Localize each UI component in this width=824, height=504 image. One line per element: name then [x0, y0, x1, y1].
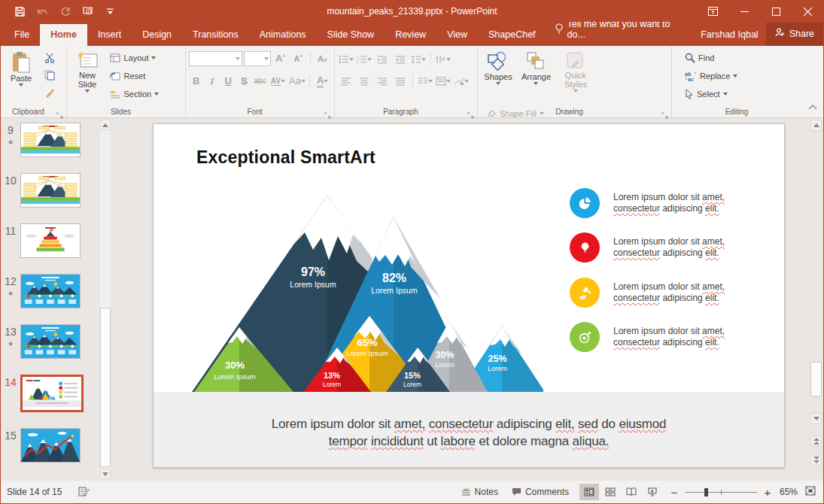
thumbnail-slide-13[interactable]: 13★	[1, 324, 99, 359]
format-painter-icon[interactable]	[41, 84, 58, 100]
columns-button[interactable]	[417, 73, 433, 89]
feature-item[interactable]: Lorem ipsum dolor sit amet, consectetur …	[570, 232, 725, 263]
paste-button[interactable]: Paste	[4, 48, 38, 104]
arrange-button[interactable]: Arrange	[518, 48, 553, 104]
change-case-button[interactable]: Aa	[289, 73, 306, 89]
slide-thumbnail-image[interactable]	[20, 375, 84, 412]
drawing-dialog-launcher[interactable]	[661, 108, 669, 116]
copy-icon[interactable]	[41, 67, 58, 83]
select-button[interactable]: Select	[683, 86, 740, 102]
ribbon-display-options-icon[interactable]	[697, 1, 728, 22]
reading-view-icon[interactable]	[622, 484, 641, 500]
new-slide-button[interactable]: New Slide	[70, 48, 105, 104]
share-button[interactable]: Share	[766, 23, 823, 46]
mountain-smartart-graphic[interactable]: 97% Lorem Ipsum 82% Lorem Ipsum	[173, 192, 543, 393]
scroll-down-icon[interactable]	[810, 413, 822, 424]
slide-thumbnail-image[interactable]	[20, 274, 81, 308]
tab-transitions[interactable]: Transitions	[182, 24, 249, 46]
tab-slide-show[interactable]: Slide Show	[317, 24, 385, 46]
customize-qat-icon[interactable]	[100, 2, 120, 20]
font-color-button[interactable]: A	[314, 73, 331, 89]
thumbnail-scrollbar-thumb[interactable]	[100, 308, 111, 467]
tab-shapechef[interactable]: ShapeChef	[478, 24, 546, 46]
zoom-slider-thumb[interactable]	[704, 488, 708, 496]
grow-font-icon[interactable]: A˄	[272, 50, 289, 66]
align-right-button[interactable]	[374, 73, 391, 89]
strikethrough-button[interactable]: abc	[253, 73, 267, 89]
next-slide-icon[interactable]	[810, 454, 822, 466]
thumbnail-slide-14-selected[interactable]: 14	[1, 375, 99, 412]
minimize-icon[interactable]	[728, 1, 760, 22]
layout-button[interactable]: Layout	[108, 50, 161, 66]
normal-view-icon[interactable]	[579, 484, 599, 500]
undo-icon[interactable]	[32, 2, 52, 20]
thumbnail-slide-11[interactable]: 11	[1, 223, 99, 258]
scroll-up-icon[interactable]	[810, 120, 822, 131]
underline-button[interactable]: U	[220, 73, 235, 89]
line-spacing-button[interactable]	[410, 51, 427, 67]
thumbnail-scrollbar[interactable]	[100, 120, 111, 479]
paragraph-dialog-launcher[interactable]	[467, 108, 475, 116]
increase-indent-button[interactable]	[392, 51, 409, 67]
zoom-out-icon[interactable]: −	[670, 486, 679, 499]
clear-formatting-icon[interactable]: A	[315, 50, 331, 66]
close-icon[interactable]	[792, 1, 823, 22]
character-spacing-button[interactable]: AV	[269, 73, 287, 89]
zoom-slider[interactable]	[685, 492, 757, 493]
notes-toggle[interactable]: Notes	[458, 484, 501, 500]
section-button[interactable]: Section	[108, 86, 161, 102]
start-slideshow-icon[interactable]	[78, 2, 97, 20]
feature-item[interactable]: Lorem ipsum dolor sit amet, consectetur …	[570, 322, 725, 352]
font-size-combobox[interactable]	[244, 51, 271, 66]
reset-button[interactable]: Reset	[108, 68, 161, 84]
thumbnail-slide-12[interactable]: 12★	[1, 274, 99, 308]
feature-item[interactable]: Lorem ipsum dolor sit amet, consectetur …	[570, 188, 725, 218]
convert-to-smartart-button[interactable]	[453, 73, 470, 89]
bold-button[interactable]: B	[189, 73, 203, 89]
decrease-indent-button[interactable]	[374, 51, 391, 67]
account-name[interactable]: Farshad Iqbal	[693, 24, 765, 46]
current-slide[interactable]: Exceptional SmartArt 97% Lorem Ipsum	[153, 123, 785, 468]
scroll-down-icon[interactable]	[100, 469, 111, 479]
save-icon[interactable]	[10, 2, 29, 20]
zoom-level[interactable]: 65%	[780, 487, 798, 497]
slide-thumbnail-image[interactable]	[20, 324, 81, 359]
replace-button[interactable]: abac Replace	[683, 68, 740, 84]
numbering-button[interactable]: 123	[356, 51, 372, 67]
align-center-button[interactable]	[356, 73, 372, 89]
tab-insert[interactable]: Insert	[87, 24, 132, 46]
comments-toggle[interactable]: Comments	[509, 484, 572, 500]
previous-slide-icon[interactable]	[810, 436, 822, 447]
slideshow-view-icon[interactable]	[643, 484, 662, 500]
align-left-button[interactable]	[338, 73, 354, 89]
scroll-up-icon[interactable]	[100, 120, 111, 130]
main-scrollbar[interactable]	[810, 120, 822, 479]
slide-thumbnail-image[interactable]	[20, 223, 81, 258]
font-name-combobox[interactable]	[189, 51, 242, 66]
tab-file[interactable]: File	[1, 24, 40, 46]
tab-home[interactable]: Home	[40, 24, 87, 46]
slide-thumbnail-image[interactable]	[20, 173, 81, 208]
spell-check-icon[interactable]	[78, 486, 90, 499]
font-dialog-launcher[interactable]	[324, 108, 332, 116]
feature-item[interactable]: Lorem ipsum dolor sit amet, consectetur …	[570, 278, 725, 308]
text-direction-button[interactable]: A	[435, 51, 452, 67]
collapse-ribbon-icon[interactable]	[808, 99, 817, 113]
fit-slide-to-window-icon[interactable]	[805, 486, 819, 498]
cut-icon[interactable]	[41, 50, 58, 65]
tab-design[interactable]: Design	[132, 24, 182, 46]
redo-icon[interactable]	[55, 2, 74, 20]
slide-indicator[interactable]: Slide 14 of 15	[7, 487, 62, 497]
zoom-in-icon[interactable]: +	[763, 486, 772, 499]
align-text-button[interactable]	[435, 73, 452, 89]
thumbnail-slide-10[interactable]: 10	[1, 173, 99, 208]
shapes-button[interactable]: Shapes	[481, 48, 515, 104]
tab-view[interactable]: View	[436, 24, 478, 46]
slide-sorter-view-icon[interactable]	[601, 484, 620, 500]
tab-review[interactable]: Review	[385, 24, 436, 46]
text-shadow-button[interactable]: S	[237, 73, 251, 89]
bullets-button[interactable]	[338, 51, 354, 67]
slide-thumbnail-image[interactable]	[20, 123, 81, 157]
thumbnail-slide-9[interactable]: 9★	[1, 123, 99, 157]
slide-title[interactable]: Exceptional SmartArt	[196, 147, 376, 168]
